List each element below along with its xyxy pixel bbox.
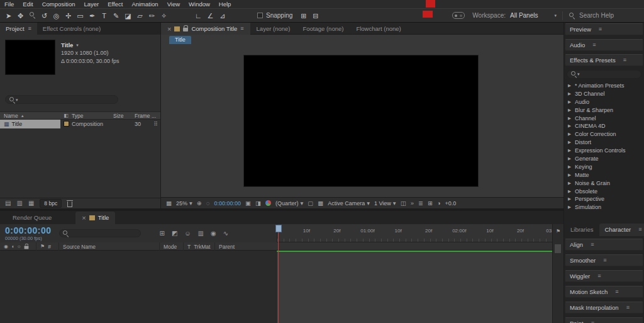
collapsed-panel[interactable]: Motion Sketch ≡ [565,286,643,298]
menu-item[interactable]: Window [184,0,214,8]
expand-icon[interactable]: ▶ [568,140,572,145]
tab-libraries[interactable]: Libraries [565,224,598,236]
effect-category[interactable]: ▶ Matte [564,171,644,179]
tab-project[interactable]: Project ≡ [0,23,37,35]
roto-brush-tool-icon[interactable]: ✏ [146,9,158,22]
shy-layers-icon[interactable]: ☺ [184,230,191,237]
comp-name-dropdown-icon[interactable]: ▾ [76,43,79,47]
panel-menu-icon[interactable]: ≡ [240,26,243,31]
effects-search-field[interactable]: ▾ [567,70,641,79]
mini-flowchart-icon[interactable]: ⊞ [428,200,433,207]
expand-icon[interactable]: ▶ [568,132,572,137]
brush-tool-icon[interactable]: ✎ [110,9,122,22]
effect-category[interactable]: ▶ Generate [564,155,644,163]
menu-item[interactable]: Animation [127,0,162,8]
composition-view[interactable] [244,55,478,186]
snap-option-1-icon[interactable]: ⊞ [297,9,309,22]
selection-tool-icon[interactable]: ➤ [3,9,14,22]
axis-mode-view-icon[interactable]: ⊿ [216,9,228,22]
comp-marker-bin-icon[interactable]: ⚑ [556,229,560,234]
expand-icon[interactable]: ▶ [568,189,572,194]
project-search-field[interactable]: ▾ [5,95,118,104]
view-3d-dropdown-icon[interactable]: ▾ [367,200,370,207]
expand-icon[interactable]: ▶ [568,123,572,128]
viewer-tab[interactable]: Flowchart (none) [350,23,407,35]
expand-icon[interactable]: ▶ [568,83,572,88]
exposure-value[interactable]: +0.0 [445,200,457,207]
panel-menu-icon[interactable]: ≡ [626,305,630,310]
panel-menu-icon[interactable]: ≡ [603,258,606,263]
menu-item[interactable]: Edit [18,0,37,8]
camera-tool-icon[interactable]: ◎ [50,9,62,22]
effect-category[interactable]: ▶ 3D Channel [564,89,644,98]
preview-timecode[interactable]: 0:00:00:00 [214,200,241,207]
panel-menu-icon[interactable]: ≡ [597,273,601,279]
panel-effects-presets[interactable]: Effects & Presets ≡ [565,54,643,66]
new-composition-icon[interactable]: ▦ [28,200,34,207]
tab-render-queue[interactable]: Render Queue [6,212,58,224]
workspace-dropdown-icon[interactable]: ▾ [554,13,557,18]
effect-category[interactable]: ▶ Distort [564,139,644,147]
column-type[interactable]: Type [72,113,113,119]
interpret-footage-icon[interactable]: ▤ [5,200,11,207]
viewer-tab[interactable]: Footage (none) [296,23,350,35]
menu-item[interactable]: Layer [80,0,104,8]
timeline-search-field[interactable] [59,229,141,237]
panel-menu-icon[interactable]: ≡ [592,42,596,48]
expand-icon[interactable]: ▶ [568,173,572,178]
mini-timeline-icon[interactable]: ≣ [418,200,423,207]
menu-item[interactable]: Effect [103,0,127,8]
fast-preview-icon[interactable]: » [411,200,414,207]
panel-menu-icon[interactable]: ≡ [638,227,641,232]
puppet-pin-tool-icon[interactable]: ✧ [158,9,170,22]
effect-category[interactable]: ▶ CINEMA 4D [564,122,644,130]
panel-menu-icon[interactable]: ≡ [591,320,594,323]
collapsed-panel[interactable]: Wiggler ≡ [565,270,643,282]
close-icon[interactable]: × [167,25,171,33]
reset-exposure-icon[interactable]: ◑ [437,200,441,207]
zoom-tool-icon[interactable] [26,9,38,22]
lock-column-icon[interactable] [24,246,28,249]
type-tool-icon[interactable]: T [98,9,110,22]
workspace-value[interactable]: All Panels [510,12,538,19]
motion-blur-icon[interactable]: ◉ [211,230,216,237]
tab-character[interactable]: Character ≡ [599,224,644,236]
collapsed-panel[interactable]: Smoother ≡ [565,254,643,266]
snapshot-icon[interactable]: ▣ [245,200,251,207]
axis-mode-local-icon[interactable]: ∟ [192,9,204,22]
collapsed-panel[interactable]: Paint ≡ [565,317,643,323]
composition-viewer-tab[interactable]: Title [169,36,191,44]
shape-tool-icon[interactable]: ▭ [74,9,86,22]
panel-menu-icon[interactable]: ≡ [591,242,594,247]
expand-icon[interactable]: ▶ [568,181,572,186]
transparency-grid-icon[interactable]: ▩ [318,200,323,207]
mini-flowchart-icon[interactable]: ⊞ [160,230,165,237]
magnification-value[interactable]: 25% [176,200,187,207]
resolution-value[interactable]: (Quarter) [275,200,299,207]
effect-category[interactable]: ▶ * Animation Presets [564,82,644,90]
expand-icon[interactable]: ▶ [568,148,572,153]
project-bit-depth[interactable]: 8 bpc [40,199,62,208]
expand-icon[interactable]: ▶ [568,108,572,113]
search-options-icon[interactable]: ▾ [16,98,18,102]
column-label-icon[interactable]: ◧ [60,113,72,118]
view-layout-dropdown-icon[interactable]: ▾ [393,200,396,207]
column-frame[interactable]: Frame ... [135,113,160,119]
tab-composition[interactable]: × Composition Title ≡ [161,23,250,35]
expand-icon[interactable]: ▶ [568,91,572,96]
expand-icon[interactable]: ▶ [568,205,572,210]
column-size[interactable]: Size [113,113,135,119]
video-column-icon[interactable]: ◉ [4,244,8,249]
expand-icon[interactable]: ▶ [568,99,572,105]
show-snapshot-icon[interactable]: ◨ [255,200,261,207]
tab-effect-controls[interactable]: Effect Controls (none) [37,23,106,35]
close-icon[interactable]: × [82,212,86,224]
search-help-label[interactable]: Search Help [579,12,614,19]
collapsed-panel[interactable]: Align ≡ [565,239,643,251]
mask-visibility-icon[interactable]: ◌ [206,200,210,207]
new-folder-icon[interactable]: ▥ [16,200,22,207]
source-name-column[interactable]: Source Name [59,242,160,251]
effect-category[interactable]: ▶ Simulation [564,203,644,212]
lock-icon[interactable] [183,28,188,31]
current-time-field[interactable]: 0:00:00:00 [5,226,52,235]
